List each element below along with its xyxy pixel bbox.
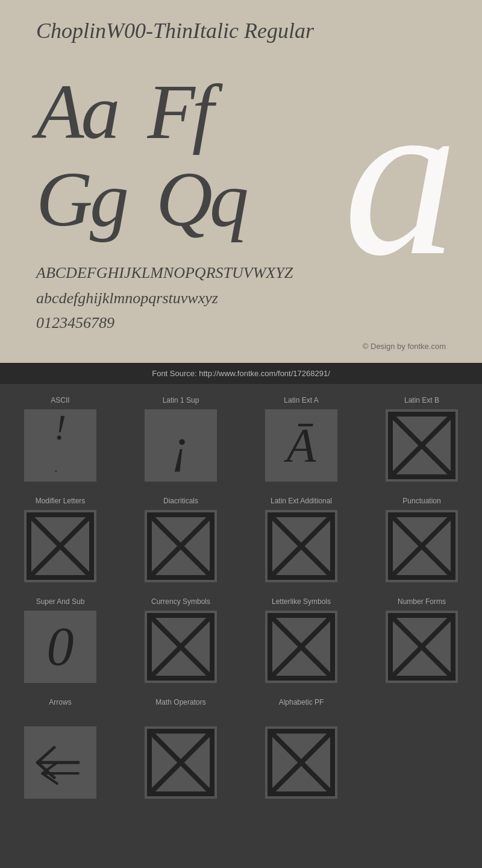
grid-cell-superandsub: Super And Sub 0 — [0, 591, 120, 692]
source-bar: Font Source: http://www.fontke.com/font/… — [0, 363, 482, 384]
grid-row-2: Modifier Letters Diacriticals Latin Ext … — [0, 491, 482, 591]
glyph-showcase: a Aa Ff Gg Qq — [36, 55, 446, 248]
grid-cell-arrows-glyph — [0, 720, 120, 808]
grid-cell-latinexta: Latin Ext A Ā — [241, 390, 362, 491]
digits: 0123456789 — [36, 310, 446, 336]
grid-cell-alphabeticpf-glyph — [241, 720, 362, 808]
cell-label-letterlikesymbols: Letterlike Symbols — [272, 597, 331, 606]
large-background-glyph: a — [343, 61, 458, 291]
alphabeticpf-placeholder — [265, 726, 337, 799]
font-showcase-section: ChoplinW00-ThinItalic Regular a Aa Ff Gg… — [0, 0, 482, 363]
grid-row-5 — [0, 720, 482, 808]
grid-cell-currencysymbols: Currency Symbols — [120, 591, 241, 692]
cell-label-punctuation: Punctuation — [402, 497, 440, 505]
grid-row-3: Super And Sub 0 Currency Symbols Letterl… — [0, 591, 482, 692]
cell-label-latin1sup: Latin 1 Sup — [163, 396, 199, 404]
letterlikesymbols-placeholder — [265, 611, 337, 683]
cell-label-latinexta: Latin Ext A — [284, 396, 318, 404]
grid-cell-alphabeticpf-label: Alphabetic PF — [241, 692, 362, 720]
cell-label-currencysymbols: Currency Symbols — [151, 597, 210, 606]
grid-cell-ascii: ASCII !· — [0, 390, 120, 491]
cell-label-superandsub: Super And Sub — [36, 597, 85, 606]
cell-label-ascii: ASCII — [51, 396, 69, 404]
latinexta-glyph: Ā — [287, 421, 316, 470]
grid-cell-modifierletters: Modifier Letters — [0, 491, 120, 591]
grid-cell-numberforms: Number Forms — [362, 591, 482, 692]
source-text: Font Source: http://www.fontke.com/font/… — [152, 369, 330, 378]
glyph-Ff: Ff — [147, 69, 211, 155]
latinexta-glyph-box: Ā — [265, 409, 337, 482]
cell-label-numberforms: Number Forms — [398, 597, 446, 606]
latin1sup-glyph: ¡ — [171, 421, 190, 470]
currencysymbols-placeholder — [145, 611, 217, 683]
font-title: ChoplinW00-ThinItalic Regular — [36, 18, 446, 43]
glyph-Qq: Qq — [156, 156, 246, 242]
copyright-text: © Design by fontke.com — [36, 342, 446, 351]
cell-label-latinextadditional: Latin Ext Additional — [271, 497, 332, 505]
mathoperators-placeholder — [145, 726, 217, 799]
numberforms-placeholder — [386, 611, 458, 683]
cell-label-mathoperators: Math Operators — [155, 698, 205, 706]
grid-cell-letterlikesymbols: Letterlike Symbols — [241, 591, 362, 692]
grid-cell-latin1sup: Latin 1 Sup ¡ — [120, 390, 241, 491]
ascii-glyph-box: !· — [24, 409, 96, 482]
grid-row-4-labels: Arrows Math Operators Alphabetic PF — [0, 692, 482, 720]
cell-label-arrows: Arrows — [49, 698, 71, 706]
grid-cell-mathoperators-glyph — [120, 720, 241, 808]
grid-cell-arrows-label: Arrows — [0, 692, 120, 720]
punctuation-placeholder — [386, 510, 458, 582]
latinextb-placeholder — [386, 409, 458, 482]
arrow-glyph-svg — [24, 726, 96, 799]
grid-cell-punctuation: Punctuation — [362, 491, 482, 591]
cell-label-alphabeticpf: Alphabetic PF — [279, 698, 324, 706]
arrows-glyph-box — [24, 726, 96, 799]
cell-label-latinextb: Latin Ext B — [404, 396, 439, 404]
character-grid: ASCII !· Latin 1 Sup ¡ Latin Ext A Ā Lat… — [0, 384, 482, 814]
grid-cell-empty-glyph — [362, 720, 482, 808]
superandsub-glyph: 0 — [47, 615, 74, 678]
cell-label-modifierletters: Modifier Letters — [36, 497, 86, 505]
grid-cell-latinextb: Latin Ext B — [362, 390, 482, 491]
grid-cell-diacriticals: Diacriticals — [120, 491, 241, 591]
grid-cell-latinextadditional: Latin Ext Additional — [241, 491, 362, 591]
latinextadditional-placeholder — [265, 510, 337, 582]
grid-cell-mathoperators-label: Math Operators — [120, 692, 241, 720]
grid-row-1: ASCII !· Latin 1 Sup ¡ Latin Ext A Ā Lat… — [0, 390, 482, 491]
superandsub-glyph-box: 0 — [24, 611, 96, 683]
diacriticals-placeholder — [145, 510, 217, 582]
glyph-Gg: Gg — [36, 156, 126, 242]
grid-cell-empty-label — [362, 692, 482, 720]
latin1sup-glyph-box: ¡ — [145, 409, 217, 482]
modifierletters-placeholder — [24, 510, 96, 582]
ascii-glyph: !· — [54, 409, 66, 482]
glyph-Aa: Aa — [36, 69, 117, 155]
cell-label-diacriticals: Diacriticals — [163, 497, 198, 505]
